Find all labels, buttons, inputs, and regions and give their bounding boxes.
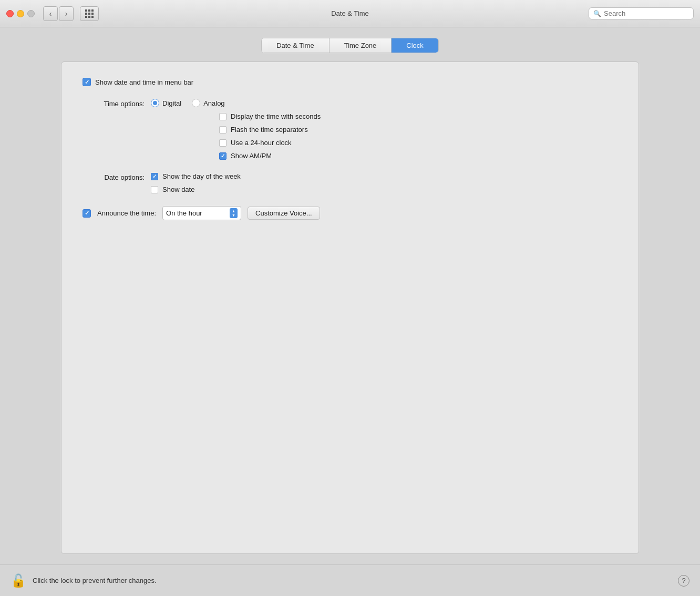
titlebar: ‹ › Date & Time 🔍 [0,0,700,27]
announce-dropdown[interactable]: On the hour ▲ ▼ [162,206,241,220]
analog-option[interactable]: Analog [192,99,224,107]
dayofweek-checkbox[interactable] [151,173,158,180]
dayofweek-label: Show the day of the week [162,172,241,180]
digital-option[interactable]: Digital [151,99,181,107]
main-checkbox-row: Show date and time in menu bar [83,78,617,86]
traffic-lights [6,10,35,17]
tab-clock[interactable]: Clock [392,38,438,53]
announce-label: Announce the time: [97,209,156,217]
show-datetime-label: Show date and time in menu bar [95,78,193,86]
dropdown-arrows[interactable]: ▲ ▼ [230,208,238,218]
date-options-row: Date options: Show the day of the week S… [83,172,617,193]
ampm-checkbox[interactable] [219,152,227,160]
help-button[interactable]: ? [678,575,689,587]
main-content: Date & Time Time Zone Clock Show date an… [0,27,700,564]
analog-label: Analog [203,99,224,107]
minimize-button[interactable] [17,10,24,17]
search-input[interactable] [604,9,689,17]
date-options-label: Date options: [83,172,151,193]
tab-time-zone[interactable]: Time Zone [330,38,392,53]
time-checkboxes: Display the time with seconds Flash the … [219,112,321,160]
tab-date-time[interactable]: Date & Time [262,38,330,53]
arrow-down-icon: ▼ [232,213,235,217]
24hour-row: Use a 24-hour clock [219,139,321,147]
customize-voice-button[interactable]: Customize Voice... [248,207,320,220]
panel: Show date and time in menu bar Time opti… [61,61,639,554]
ampm-label: Show AM/PM [231,152,272,160]
24hour-checkbox[interactable] [219,139,227,147]
dropdown-value: On the hour [166,209,228,217]
forward-button[interactable]: › [59,6,74,21]
digital-label: Digital [162,99,181,107]
time-options-label: Time options: [83,99,151,160]
showdate-row: Show date [151,186,241,193]
ampm-row: Show AM/PM [219,152,321,160]
flash-row: Flash the time separators [219,126,321,133]
lock-text: Click the lock to prevent further change… [33,577,157,584]
seconds-checkbox[interactable] [219,113,227,120]
search-icon: 🔍 [593,10,601,17]
lock-icon[interactable]: 🔓 [11,573,26,588]
dayofweek-row: Show the day of the week [151,172,241,180]
date-options-controls: Show the day of the week Show date [151,172,241,193]
nav-buttons: ‹ › [43,6,74,21]
announce-section: Announce the time: On the hour ▲ ▼ Custo… [83,206,617,220]
search-bar[interactable]: 🔍 [589,7,694,19]
digital-radio[interactable] [151,99,159,107]
window-title: Date & Time [331,9,369,17]
show-datetime-checkbox[interactable] [83,78,91,86]
analog-radio[interactable] [192,99,200,107]
grid-icon [85,9,94,18]
announce-checkbox[interactable] [83,209,91,218]
grid-button[interactable] [80,6,99,21]
time-options-row: Time options: Digital Analog [83,99,617,160]
24hour-label: Use a 24-hour clock [231,139,292,147]
time-options-controls: Digital Analog Display the time with sec… [151,99,321,160]
close-button[interactable] [6,10,14,17]
showdate-label: Show date [162,186,194,193]
arrow-up-icon: ▲ [232,209,235,213]
flash-label: Flash the time separators [231,126,308,133]
bottom-bar: 🔓 Click the lock to prevent further chan… [0,564,700,596]
time-format-row: Digital Analog [151,99,321,107]
seconds-label: Display the time with seconds [231,112,321,120]
maximize-button[interactable] [27,10,35,17]
tab-bar: Date & Time Time Zone Clock [261,38,439,53]
showdate-checkbox[interactable] [151,186,158,193]
back-button[interactable]: ‹ [43,6,58,21]
flash-checkbox[interactable] [219,126,227,133]
seconds-row: Display the time with seconds [219,112,321,120]
